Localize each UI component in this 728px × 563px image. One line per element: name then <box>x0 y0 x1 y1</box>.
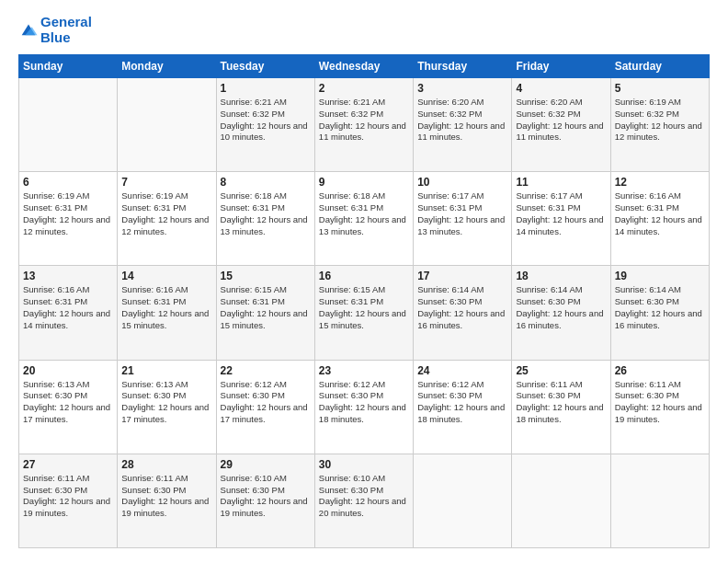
calendar-header-monday: Monday <box>118 55 216 78</box>
calendar-cell: 30Sunrise: 6:10 AM Sunset: 6:30 PM Dayli… <box>314 454 413 547</box>
day-info: Sunrise: 6:19 AM Sunset: 6:31 PM Dayligh… <box>121 190 211 237</box>
calendar-cell: 17Sunrise: 6:14 AM Sunset: 6:30 PM Dayli… <box>414 266 512 360</box>
day-number: 17 <box>417 270 507 282</box>
day-number: 13 <box>23 270 113 282</box>
day-info: Sunrise: 6:20 AM Sunset: 6:32 PM Dayligh… <box>417 97 507 144</box>
day-number: 15 <box>221 270 311 282</box>
day-number: 8 <box>221 176 311 189</box>
day-info: Sunrise: 6:11 AM Sunset: 6:30 PM Dayligh… <box>23 473 113 520</box>
calendar-cell: 12Sunrise: 6:16 AM Sunset: 6:31 PM Dayli… <box>610 172 709 266</box>
day-info: Sunrise: 6:21 AM Sunset: 6:32 PM Dayligh… <box>221 97 311 144</box>
calendar-table: SundayMondayTuesdayWednesdayThursdayFrid… <box>18 54 710 548</box>
day-number: 6 <box>23 176 113 189</box>
day-info: Sunrise: 6:20 AM Sunset: 6:32 PM Dayligh… <box>516 97 606 144</box>
calendar-cell: 23Sunrise: 6:12 AM Sunset: 6:30 PM Dayli… <box>314 360 413 454</box>
calendar-cell: 3Sunrise: 6:20 AM Sunset: 6:32 PM Daylig… <box>414 78 512 172</box>
day-number: 28 <box>121 458 211 471</box>
day-number: 30 <box>319 458 409 471</box>
day-number: 27 <box>23 458 113 471</box>
day-number: 23 <box>319 364 409 377</box>
calendar-cell: 9Sunrise: 6:18 AM Sunset: 6:31 PM Daylig… <box>314 172 413 266</box>
calendar-cell: 27Sunrise: 6:11 AM Sunset: 6:30 PM Dayli… <box>19 454 118 547</box>
calendar-header-friday: Friday <box>512 55 610 78</box>
day-number: 25 <box>516 364 606 377</box>
calendar-cell <box>512 454 610 547</box>
logo-icon <box>18 20 39 40</box>
calendar-week-1: 1Sunrise: 6:21 AM Sunset: 6:32 PM Daylig… <box>19 78 710 172</box>
calendar-cell: 7Sunrise: 6:19 AM Sunset: 6:31 PM Daylig… <box>118 172 216 266</box>
day-info: Sunrise: 6:11 AM Sunset: 6:30 PM Dayligh… <box>615 379 705 426</box>
day-info: Sunrise: 6:15 AM Sunset: 6:31 PM Dayligh… <box>319 284 409 331</box>
day-info: Sunrise: 6:10 AM Sunset: 6:30 PM Dayligh… <box>319 473 409 520</box>
day-number: 4 <box>516 82 606 95</box>
day-number: 19 <box>615 270 705 282</box>
day-info: Sunrise: 6:12 AM Sunset: 6:30 PM Dayligh… <box>319 379 409 426</box>
calendar-cell: 22Sunrise: 6:12 AM Sunset: 6:30 PM Dayli… <box>216 360 314 454</box>
day-info: Sunrise: 6:11 AM Sunset: 6:30 PM Dayligh… <box>121 473 211 520</box>
logo: General Blue <box>18 15 92 45</box>
day-info: Sunrise: 6:10 AM Sunset: 6:30 PM Dayligh… <box>221 473 311 520</box>
calendar-header-wednesday: Wednesday <box>314 55 413 78</box>
calendar-cell: 29Sunrise: 6:10 AM Sunset: 6:30 PM Dayli… <box>216 454 314 547</box>
day-number: 26 <box>615 364 705 377</box>
day-info: Sunrise: 6:12 AM Sunset: 6:30 PM Dayligh… <box>221 379 311 426</box>
calendar-cell: 2Sunrise: 6:21 AM Sunset: 6:32 PM Daylig… <box>314 78 413 172</box>
day-info: Sunrise: 6:11 AM Sunset: 6:30 PM Dayligh… <box>516 379 606 426</box>
day-info: Sunrise: 6:16 AM Sunset: 6:31 PM Dayligh… <box>23 284 113 331</box>
day-info: Sunrise: 6:21 AM Sunset: 6:32 PM Dayligh… <box>319 97 409 144</box>
day-info: Sunrise: 6:14 AM Sunset: 6:30 PM Dayligh… <box>516 284 606 331</box>
day-number: 21 <box>121 364 211 377</box>
calendar-cell: 10Sunrise: 6:17 AM Sunset: 6:31 PM Dayli… <box>414 172 512 266</box>
day-info: Sunrise: 6:18 AM Sunset: 6:31 PM Dayligh… <box>319 190 409 237</box>
day-number: 14 <box>121 270 211 282</box>
day-number: 16 <box>319 270 409 282</box>
calendar-cell: 15Sunrise: 6:15 AM Sunset: 6:31 PM Dayli… <box>216 266 314 360</box>
day-info: Sunrise: 6:13 AM Sunset: 6:30 PM Dayligh… <box>23 379 113 426</box>
day-number: 20 <box>23 364 113 377</box>
calendar-header-thursday: Thursday <box>414 55 512 78</box>
day-number: 12 <box>615 176 705 189</box>
calendar-week-5: 27Sunrise: 6:11 AM Sunset: 6:30 PM Dayli… <box>19 454 710 547</box>
calendar-cell: 19Sunrise: 6:14 AM Sunset: 6:30 PM Dayli… <box>610 266 709 360</box>
calendar-header-saturday: Saturday <box>610 55 709 78</box>
calendar-cell: 18Sunrise: 6:14 AM Sunset: 6:30 PM Dayli… <box>512 266 610 360</box>
day-info: Sunrise: 6:14 AM Sunset: 6:30 PM Dayligh… <box>615 284 705 331</box>
day-info: Sunrise: 6:19 AM Sunset: 6:32 PM Dayligh… <box>615 97 705 144</box>
calendar-week-4: 20Sunrise: 6:13 AM Sunset: 6:30 PM Dayli… <box>19 360 710 454</box>
day-number: 9 <box>319 176 409 189</box>
day-info: Sunrise: 6:16 AM Sunset: 6:31 PM Dayligh… <box>615 190 705 237</box>
day-number: 3 <box>417 82 507 95</box>
logo-text: General Blue <box>40 15 92 45</box>
calendar-week-3: 13Sunrise: 6:16 AM Sunset: 6:31 PM Dayli… <box>19 266 710 360</box>
day-info: Sunrise: 6:19 AM Sunset: 6:31 PM Dayligh… <box>23 190 113 237</box>
calendar-cell: 20Sunrise: 6:13 AM Sunset: 6:30 PM Dayli… <box>19 360 118 454</box>
calendar-header-row: SundayMondayTuesdayWednesdayThursdayFrid… <box>19 55 710 78</box>
calendar-cell: 14Sunrise: 6:16 AM Sunset: 6:31 PM Dayli… <box>118 266 216 360</box>
day-number: 18 <box>516 270 606 282</box>
calendar-cell: 25Sunrise: 6:11 AM Sunset: 6:30 PM Dayli… <box>512 360 610 454</box>
day-info: Sunrise: 6:16 AM Sunset: 6:31 PM Dayligh… <box>121 284 211 331</box>
day-number: 7 <box>121 176 211 189</box>
calendar-cell: 21Sunrise: 6:13 AM Sunset: 6:30 PM Dayli… <box>118 360 216 454</box>
calendar-cell: 8Sunrise: 6:18 AM Sunset: 6:31 PM Daylig… <box>216 172 314 266</box>
day-number: 22 <box>221 364 311 377</box>
calendar-cell: 26Sunrise: 6:11 AM Sunset: 6:30 PM Dayli… <box>610 360 709 454</box>
day-info: Sunrise: 6:18 AM Sunset: 6:31 PM Dayligh… <box>221 190 311 237</box>
calendar-cell <box>610 454 709 547</box>
day-info: Sunrise: 6:17 AM Sunset: 6:31 PM Dayligh… <box>516 190 606 237</box>
calendar-week-2: 6Sunrise: 6:19 AM Sunset: 6:31 PM Daylig… <box>19 172 710 266</box>
calendar-cell: 28Sunrise: 6:11 AM Sunset: 6:30 PM Dayli… <box>118 454 216 547</box>
day-number: 29 <box>221 458 311 471</box>
day-number: 5 <box>615 82 705 95</box>
day-info: Sunrise: 6:14 AM Sunset: 6:30 PM Dayligh… <box>417 284 507 331</box>
day-number: 2 <box>319 82 409 95</box>
calendar-cell: 1Sunrise: 6:21 AM Sunset: 6:32 PM Daylig… <box>216 78 314 172</box>
day-info: Sunrise: 6:17 AM Sunset: 6:31 PM Dayligh… <box>417 190 507 237</box>
day-info: Sunrise: 6:15 AM Sunset: 6:31 PM Dayligh… <box>221 284 311 331</box>
calendar-cell: 16Sunrise: 6:15 AM Sunset: 6:31 PM Dayli… <box>314 266 413 360</box>
calendar-cell: 5Sunrise: 6:19 AM Sunset: 6:32 PM Daylig… <box>610 78 709 172</box>
calendar-cell: 13Sunrise: 6:16 AM Sunset: 6:31 PM Dayli… <box>19 266 118 360</box>
calendar-cell: 6Sunrise: 6:19 AM Sunset: 6:31 PM Daylig… <box>19 172 118 266</box>
page: General Blue SundayMondayTuesdayWednesda… <box>0 0 728 563</box>
day-number: 10 <box>417 176 507 189</box>
